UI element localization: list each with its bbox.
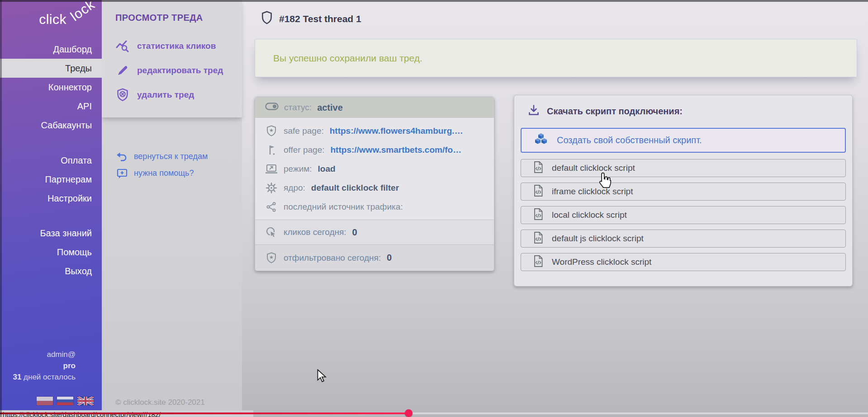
success-alert: Вы успешно сохранили ваш тред. [255, 39, 857, 77]
code-file-icon [533, 161, 544, 176]
sidebar-item-subaccounts[interactable]: Сабакаунты [0, 116, 102, 135]
menu-item-label: редактировать тред [137, 66, 223, 75]
safe-page-row: safe page: https://www.flowers4hamburg.c… [255, 122, 494, 141]
click-stats-menu-item[interactable]: статистика кликов [102, 34, 242, 58]
video-progress-handle[interactable] [405, 409, 413, 417]
status-card-header: статус: active [255, 97, 494, 118]
video-progress-bar[interactable] [0, 412, 868, 414]
iframe-clicklock-script-button[interactable]: iframe clicklock script [521, 183, 846, 201]
sidebar-item-api[interactable]: API [0, 97, 102, 116]
logo-text-lock: lock [67, 0, 97, 24]
local-clicklock-script-button[interactable]: local clicklock script [521, 206, 846, 224]
code-file-icon [533, 184, 544, 199]
russian-flag-icon[interactable] [57, 397, 73, 405]
sidebar-item-threads[interactable]: Треды [0, 59, 102, 78]
app-window: click lock Дашборд Треды Коннектор API С… [0, 0, 868, 417]
button-label: WordPress clicklock script [552, 257, 651, 267]
button-label: default js clicklock script [552, 234, 644, 244]
comment-plus-icon [116, 168, 128, 179]
page-title: #182 Test thread 1 [261, 11, 361, 27]
video-frame-edge [0, 0, 868, 2]
page-title-text: #182 Test thread 1 [279, 14, 361, 24]
status-label: статус: [284, 103, 312, 112]
thread-shield-icon [261, 11, 273, 27]
button-label: iframe clicklock script [552, 187, 633, 197]
button-label: local clicklock script [552, 210, 627, 220]
download-card-title-text: Скачать скрипт подключения: [547, 106, 683, 117]
need-help-link[interactable]: нужна помощь? [102, 165, 242, 182]
thread-menu-title: ПРОСМОТР ТРЕДА [102, 13, 242, 23]
back-to-threads-link[interactable]: вернуться к тредам [102, 148, 242, 165]
mode-row: режим: load [255, 159, 494, 178]
undo-icon [116, 152, 128, 161]
button-label: Создать свой собственный скрипт. [557, 135, 702, 145]
language-switcher [37, 397, 94, 405]
sidebar-item-logout[interactable]: Выход [0, 262, 102, 281]
traffic-source-row: последний источник трафика: [255, 197, 494, 216]
status-toggle-icon [265, 102, 279, 113]
clicklock-logo[interactable]: click lock [0, 0, 102, 40]
sidebar-item-help[interactable]: Помощь [0, 243, 102, 262]
menu-item-label: удалить тред [137, 90, 194, 100]
filtered-today-row: отфильтровано сегодня: 0 [255, 244, 494, 271]
menu-item-label: статистика кликов [137, 41, 216, 51]
success-alert-text: Вы успешно сохранили ваш тред. [255, 53, 422, 64]
account-info: admin@ pro 31 дней осталось [0, 349, 102, 383]
clicks-today-value: 0 [352, 227, 357, 238]
main-sidebar: click lock Дашборд Треды Коннектор API С… [0, 0, 102, 417]
logo-text-click: click [39, 12, 66, 27]
main-content: #182 Test thread 1 Вы успешно сохранили … [242, 0, 868, 417]
account-email: admin@ [0, 349, 76, 360]
delete-thread-menu-item[interactable]: удалить тред [102, 83, 242, 107]
polish-flag-icon[interactable] [37, 397, 53, 405]
sidebar-item-dashboard[interactable]: Дашборд [0, 40, 102, 59]
sidebar-item-knowledge-base[interactable]: База знаний [0, 224, 102, 243]
mode-value: load [318, 164, 336, 174]
click-cursor-icon [265, 226, 278, 238]
core-row: ядро: default clicklock filter [255, 178, 494, 197]
pencil-icon [115, 64, 130, 77]
code-file-icon [533, 255, 544, 270]
gear-icon [265, 182, 278, 194]
cubes-icon [533, 132, 549, 148]
shield-star-icon [265, 252, 278, 264]
create-custom-script-button[interactable]: Создать свой собственный скрипт. [521, 128, 846, 153]
edit-thread-menu-item[interactable]: редактировать тред [102, 58, 242, 83]
download-icon [528, 104, 540, 118]
thread-status-card: статус: active safe page: https://www.fl… [255, 97, 494, 271]
flag-pin-icon [265, 144, 278, 156]
core-value: default clicklock filter [311, 183, 399, 193]
shield-star-icon [265, 125, 278, 137]
default-clicklock-script-button[interactable]: default clicklock script [521, 159, 846, 177]
default-js-clicklock-script-button[interactable]: default js clicklock script [521, 230, 846, 248]
offer-page-row: offer page: https://www.smartbets.com/fo… [255, 141, 494, 159]
video-progress-fill [0, 412, 408, 414]
sidebar-item-payment[interactable]: Оплата [0, 151, 102, 170]
video-frame-edge [0, 0, 2, 417]
thread-menu-panel: ПРОСМОТР ТРЕДА статистика кликов редакти… [102, 0, 242, 117]
link-label: нужна помощь? [134, 169, 194, 178]
sidebar-item-connector[interactable]: Коннектор [0, 78, 102, 97]
sidebar-item-partners[interactable]: Партнерам [0, 170, 102, 189]
filtered-today-value: 0 [387, 253, 392, 263]
share-icon [265, 201, 278, 212]
code-file-icon [533, 208, 544, 223]
wordpress-clicklock-script-button[interactable]: WordPress clicklock script [521, 253, 846, 271]
english-flag-icon[interactable] [77, 397, 94, 405]
download-card-title: Скачать скрипт подключения: [521, 104, 846, 118]
button-label: default clicklock script [552, 163, 635, 173]
thread-menu-sidebar: ПРОСМОТР ТРЕДА статистика кликов редакти… [102, 0, 242, 417]
account-plan: pro [0, 360, 76, 371]
mouse-hand-cursor [598, 172, 612, 191]
laptop-arrow-icon [265, 164, 278, 174]
clicks-today-row: кликов сегодня: 0 [255, 220, 494, 244]
status-value: active [317, 103, 343, 113]
download-script-card: Скачать скрипт подключения: Создать свой… [514, 95, 853, 286]
offer-page-link[interactable]: https://www.smartbets.com/football/tea… [331, 145, 466, 155]
status-card-body: safe page: https://www.flowers4hamburg.c… [255, 118, 494, 220]
sidebar-item-settings[interactable]: Настройки [0, 189, 102, 208]
copyright-footer: © clicklock.site 2020-2021 [115, 398, 205, 407]
link-label: вернуться к тредам [134, 152, 208, 161]
safe-page-link[interactable]: https://www.flowers4hamburg.com/ [330, 126, 465, 136]
account-days-left: 31 дней осталось [0, 371, 76, 383]
